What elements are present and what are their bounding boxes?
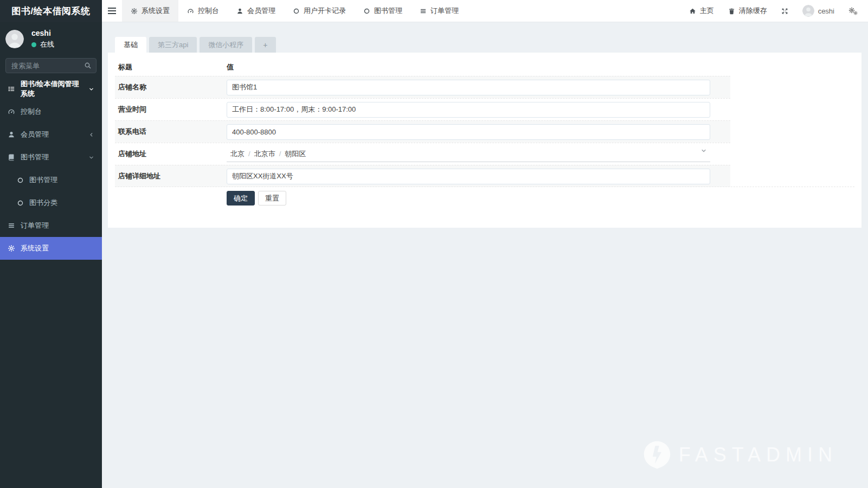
- topnav-item-label: 图书管理: [374, 6, 402, 16]
- topnav-item-label: 用户开卡记录: [304, 6, 346, 16]
- sidebar-menu-header[interactable]: 图书/绘本借阅管理系统: [0, 78, 102, 100]
- home-button[interactable]: 主页: [682, 0, 721, 22]
- topnav-item-label: 控制台: [198, 6, 219, 16]
- sidebar: 图书/绘本借阅系统 ceshi 在线 图书/绘本借阅管理系统 控制台 会员管理: [0, 0, 102, 488]
- sidebar-item-settings[interactable]: 系统设置: [0, 237, 102, 260]
- field-label-shop-name: 店铺名称: [115, 82, 227, 92]
- user-status-label: 在线: [40, 40, 54, 49]
- table-row: 营业时间: [115, 98, 730, 120]
- book-icon: [8, 153, 15, 161]
- table-row: 联系电话: [115, 120, 730, 143]
- clear-cache-label: 清除缓存: [739, 6, 767, 16]
- detail-address-input[interactable]: [227, 169, 710, 184]
- table-header: 标题 值: [115, 58, 730, 76]
- gear-icon: [131, 8, 138, 15]
- table-row: 店铺名称: [115, 76, 730, 98]
- topnav-item-members[interactable]: 会员管理: [228, 0, 284, 22]
- menu-search-input[interactable]: [5, 58, 97, 73]
- tab-label: 第三方api: [158, 40, 188, 50]
- region-select[interactable]: 北京 / 北京市 / 朝阳区: [227, 146, 710, 162]
- field-label-detail-address: 店铺详细地址: [115, 171, 227, 181]
- tab-thirdparty-api[interactable]: 第三方api: [149, 37, 197, 53]
- config-tabs: 基础 第三方api 微信小程序 +: [102, 22, 868, 53]
- tab-basic[interactable]: 基础: [115, 37, 146, 53]
- fullscreen-button[interactable]: [774, 0, 795, 22]
- main-content: 基础 第三方api 微信小程序 + 标题 值 店铺名称 营业时间: [102, 22, 868, 488]
- sidebar-subitem-book-manage[interactable]: 图书管理: [0, 169, 102, 191]
- topnav-item-card-records[interactable]: 用户开卡记录: [284, 0, 355, 22]
- topnav-item-dashboard[interactable]: 控制台: [178, 0, 228, 22]
- topnav-item-label: 会员管理: [247, 6, 275, 16]
- reset-button[interactable]: 重置: [258, 191, 286, 206]
- sidebar-subitem-label: 图书分类: [29, 198, 57, 208]
- circle-o-icon: [293, 8, 300, 15]
- sidebar-item-label: 系统设置: [21, 243, 49, 253]
- bars-icon: [420, 8, 427, 15]
- bolt-pin-icon: [642, 440, 672, 470]
- column-header-title: 标题: [115, 62, 227, 72]
- topnav-item-label: 订单管理: [430, 6, 459, 16]
- config-table: 店铺名称 营业时间 联系电话 店铺地址: [115, 76, 730, 187]
- chevron-down-icon: [88, 155, 94, 160]
- chevron-down-icon: [700, 147, 707, 154]
- region-separator: /: [279, 150, 281, 158]
- tab-add-button[interactable]: +: [255, 37, 275, 53]
- business-hours-input[interactable]: [227, 102, 710, 118]
- table-row: 店铺地址 北京 / 北京市 / 朝阳区: [115, 143, 730, 165]
- plus-icon: +: [263, 41, 267, 49]
- sidebar-item-members[interactable]: 会员管理: [0, 123, 102, 146]
- tab-wechat-miniprogram[interactable]: 微信小程序: [200, 37, 252, 53]
- topbar: 系统设置 控制台 会员管理 用户开卡记录 图书管理 订单管理 主页: [102, 0, 868, 22]
- sidebar-item-label: 订单管理: [21, 221, 49, 230]
- sidebar-toggle-button[interactable]: [102, 0, 122, 22]
- home-icon: [689, 8, 696, 15]
- field-label-shop-address: 店铺地址: [115, 149, 227, 159]
- topnav-item-settings[interactable]: 系统设置: [122, 0, 178, 22]
- watermark-text: FASTADMIN: [679, 444, 838, 466]
- cogs-icon: [848, 7, 858, 15]
- gear-icon: [8, 245, 15, 252]
- sidebar-item-orders[interactable]: 订单管理: [0, 214, 102, 237]
- settings-menu-button[interactable]: [841, 0, 865, 22]
- contact-phone-input[interactable]: [227, 124, 710, 140]
- tab-label: 微信小程序: [208, 40, 243, 50]
- user-name: ceshi: [31, 29, 54, 37]
- trash-icon: [728, 8, 735, 15]
- tab-label: 基础: [124, 40, 138, 50]
- user-panel: ceshi 在线: [0, 22, 102, 55]
- user-menu[interactable]: ceshi: [795, 0, 841, 22]
- online-dot-icon: [31, 42, 36, 47]
- topnav-item-books[interactable]: 图书管理: [355, 0, 411, 22]
- sidebar-subitem-label: 图书管理: [29, 175, 57, 185]
- config-card: 标题 值 店铺名称 营业时间 联系电话: [108, 53, 861, 228]
- table-row: 店铺详细地址: [115, 165, 730, 187]
- field-label-business-hours: 营业时间: [115, 105, 227, 114]
- chevron-down-icon: [88, 86, 94, 92]
- home-label: 主页: [700, 6, 714, 16]
- clear-cache-button[interactable]: 清除缓存: [721, 0, 774, 22]
- topnav-item-orders[interactable]: 订单管理: [411, 0, 467, 22]
- sidebar-submenu-books: 图书管理 图书分类: [0, 169, 102, 214]
- circle-o-icon: [363, 8, 370, 15]
- sidebar-item-books[interactable]: 图书管理: [0, 146, 102, 169]
- bars-icon: [8, 222, 15, 229]
- topbar-username: ceshi: [818, 7, 834, 15]
- gauge-icon: [187, 8, 194, 15]
- sidebar-item-label: 图书管理: [21, 152, 49, 162]
- user-avatar-small: [802, 5, 814, 17]
- app-logo: 图书/绘本借阅系统: [0, 0, 102, 22]
- gauge-icon: [8, 108, 15, 115]
- sidebar-subitem-book-category[interactable]: 图书分类: [0, 191, 102, 214]
- submit-button[interactable]: 确定: [227, 191, 255, 206]
- sidebar-item-label: 控制台: [21, 107, 42, 117]
- topnav: 系统设置 控制台 会员管理 用户开卡记录 图书管理 订单管理: [122, 0, 467, 22]
- sidebar-item-dashboard[interactable]: 控制台: [0, 100, 102, 123]
- topbar-right: 主页 清除缓存 ceshi: [682, 0, 868, 22]
- region-separator: /: [248, 150, 250, 158]
- shop-name-input[interactable]: [227, 80, 710, 95]
- field-label-phone: 联系电话: [115, 127, 227, 137]
- sidebar-menu: 图书/绘本借阅管理系统 控制台 会员管理 图书管理 图书管理 图书分类: [0, 78, 102, 260]
- search-icon: [84, 62, 92, 69]
- sidebar-item-label: 会员管理: [21, 130, 49, 139]
- user-status: 在线: [31, 40, 54, 49]
